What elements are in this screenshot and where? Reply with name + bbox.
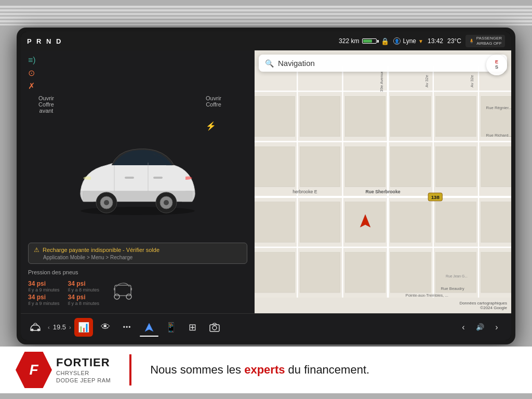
taskbar-photo-button[interactable] [205,318,224,337]
user-display: 👤 Lyne ▼ [393,37,423,45]
svg-rect-9 [153,177,163,179]
dots-icon: ••• [123,324,131,331]
music-icon: 📊 [78,322,89,333]
taskbar-nav-button[interactable] [140,318,158,337]
trunk-labels: Ouvrir Coffre avant Ouvrir Coffre [28,95,247,114]
outer-frame: P R N D 322 km 🔒 👤 Lyne ▼ 13:42 23°C [0,0,532,399]
svg-point-7 [164,200,169,205]
taskbar-car-button[interactable] [26,318,45,337]
svg-text:Av 32e: Av 32e [470,75,474,87]
attribution-line1: Données cartographiques [459,301,507,305]
svg-rect-19 [391,96,431,136]
svg-text:herbrooke E: herbrooke E [292,189,317,194]
battery-tip [377,40,379,43]
svg-rect-25 [391,147,431,187]
search-icon: 🔍 [265,59,274,68]
battery-fill [363,39,372,43]
navigation-search-bar[interactable]: 🔍 Navigation [259,55,507,72]
dealer-sub-line1: CHRYSLER [56,369,111,377]
warning-banner: ⚠ Recharge payante indisponible - Vérifi… [28,243,247,264]
svg-text:Rue Régnier...: Rue Régnier... [486,105,511,110]
tire-warning-icon: ⊙ [28,68,35,78]
dealer-footer: F FORTIER CHRYSLER DODGE JEEP RAM Nous s… [0,347,532,393]
seatbelt-icon: ✗ [28,81,35,91]
dealer-tagline: Nous sommes les experts du financement. [150,363,369,377]
svg-point-63 [37,328,40,331]
volume-icon: 🔊 [476,323,484,331]
taskbar-apps-button[interactable]: ⊞ [183,318,202,337]
dealer-logo-letter: F [29,362,38,378]
user-icon: 👤 [393,37,401,45]
svg-rect-33 [481,202,511,242]
tire-fl: 34 psi Il y a 9 minutes [28,280,60,292]
right-panel-map[interactable]: 138 Rue Sherbrooke herbrooke E 39e Avenu… [255,50,511,313]
taskbar-media-next-button[interactable]: › [487,318,506,337]
speed-value: 19.5 [53,323,66,331]
svg-point-4 [104,200,109,205]
taskbar-media-prev-button[interactable]: ‹ [454,318,473,337]
svg-rect-8 [125,177,134,179]
dealer-name-block: FORTIER CHRYSLER DODGE JEEP RAM [56,356,111,384]
tagline-bold: experts [244,363,285,376]
tire-rr-time: Il y a 8 minutes [68,301,100,306]
svg-text:Rue Jean G...: Rue Jean G... [446,274,468,278]
svg-rect-39 [481,252,511,292]
speed-prev-arrow[interactable]: ‹ [48,324,50,330]
prnd-display: P R N D [27,37,62,45]
left-panel: ≡) ⊙ ✗ Ouvrir Coffre avant [21,50,255,313]
car-status-icons: ≡) ⊙ ✗ [28,56,247,91]
compass[interactable]: E S [486,55,507,75]
tire-rl-time: Il y a 9 minutes [28,301,60,306]
svg-rect-32 [436,202,476,242]
phone-icon: 📱 [165,322,177,333]
tesla-screen: P R N D 322 km 🔒 👤 Lyne ▼ 13:42 23°C [21,32,511,340]
status-bar: P R N D 322 km 🔒 👤 Lyne ▼ 13:42 23°C [21,32,511,50]
grid-icon: ⊞ [189,322,196,333]
svg-rect-17 [300,96,340,136]
tire-rl-psi: 34 psi [28,294,60,301]
tire-fr: 34 psi Il y a 8 minutes [68,280,100,292]
warning-subtitle: Application Mobile > Menu > Recharge [34,255,242,260]
taskbar-music-button[interactable]: 📊 [74,318,93,337]
svg-rect-29 [300,202,340,242]
taskbar: ‹ 19.5 › 📊 👁 ••• [21,313,511,340]
svg-rect-21 [481,96,511,136]
trunk-front-label[interactable]: Ouvrir Coffre avant [38,95,54,114]
taskbar-camera-button[interactable]: 👁 [96,318,115,337]
media-prev-icon: ‹ [462,323,464,332]
range-value: 322 km [339,37,359,45]
svg-text:138: 138 [431,194,440,200]
taskbar-more-button[interactable]: ••• [118,318,137,337]
svg-text:Rue Beaudry: Rue Beaudry [441,286,464,291]
svg-text:Rue Sherbrooke: Rue Sherbrooke [365,189,400,194]
airbag-label: PASSENGERAIRBAG OFF [476,36,502,46]
trunk-rear-label[interactable]: Ouvrir Coffre [206,95,221,114]
taskbar-phone-button[interactable]: 📱 [162,318,180,337]
nav-active-indicator [140,336,158,337]
car-image-area: ⚡ [28,116,247,241]
svg-text:Rue Richard...: Rue Richard... [486,133,511,138]
map-attribution: Données cartographiques ©2024 Google [459,301,507,310]
tire-fr-time: Il y a 8 minutes [68,287,100,292]
dealer-name-sub: CHRYSLER DODGE JEEP RAM [56,369,111,384]
svg-point-12 [126,294,131,299]
time-display: 13:42 [428,37,443,45]
svg-rect-27 [481,147,511,187]
svg-rect-37 [391,252,431,292]
taskbar-volume-control[interactable]: 🔊 [476,323,484,331]
speed-next-arrow[interactable]: › [69,324,71,330]
user-name: Lyne [403,37,416,45]
tire-values: 34 psi Il y a 9 minutes 34 psi Il y a 8 … [28,280,99,306]
charging-bolt-icon: ⚡ [206,121,216,131]
temperature-display: 23°C [447,37,461,45]
svg-rect-23 [300,147,340,187]
user-dropdown-arrow[interactable]: ▼ [418,38,423,44]
seatbelt-icon-item: ✗ [28,81,247,91]
svg-rect-14 [130,288,132,290]
compass-s-label: S [495,65,498,70]
dealer-name-main: FORTIER [56,356,111,369]
taskbar-nav-wrapper [140,318,158,337]
svg-rect-35 [300,252,340,292]
svg-rect-24 [345,147,385,187]
svg-rect-34 [255,252,295,292]
